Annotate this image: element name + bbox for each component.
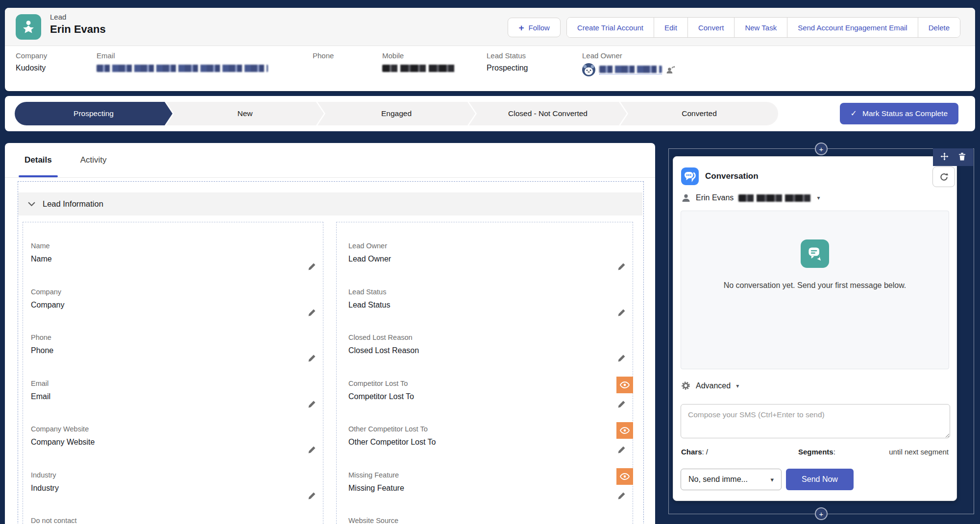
add-component-button-top[interactable]: + (815, 143, 828, 155)
conversation-card: Conversation Erin Evans ▾ (673, 156, 957, 501)
component-toolbar (933, 148, 973, 166)
field-row-other-competitor-lost-to: Other Competitor Lost To Other Competito… (348, 425, 633, 471)
field-row-do-not-contact: Do not contact (31, 517, 323, 524)
refresh-icon (939, 172, 949, 182)
field-row-website-source: Website Source (348, 517, 633, 524)
header-actions: + Follow Create Trial Account Edit Conve… (508, 17, 960, 38)
conversation-title: Conversation (705, 171, 759, 181)
lead-status-value: Prospecting (487, 63, 528, 73)
new-task-button[interactable]: New Task (734, 18, 787, 37)
field-row-closed-lost-reason: Closed Lost Reason Closed Lost Reason (348, 333, 633, 380)
field-row-company-website: Company Website Company Website (31, 425, 323, 471)
conversation-header: Conversation (681, 167, 759, 185)
detail-tabs: Details Activity (5, 143, 655, 178)
send-account-engagement-email-button[interactable]: Send Account Engagement Email (787, 18, 917, 37)
segment-hint: until next segment (889, 448, 949, 456)
edit-pencil-icon[interactable] (617, 446, 626, 456)
edit-pencil-icon[interactable] (308, 400, 316, 410)
add-component-button-bottom[interactable]: + (815, 507, 828, 520)
edit-pencil-icon[interactable] (617, 309, 626, 319)
field-row-name: Name Name (31, 242, 323, 288)
path-step-new[interactable]: New (166, 102, 324, 125)
refresh-button[interactable] (932, 167, 955, 187)
highlight-field-lead-owner: Lead Owner (582, 51, 675, 76)
field-row-missing-feature: Missing Feature Missing Feature (348, 471, 633, 517)
highlight-field-phone: Phone (313, 51, 334, 73)
field-visibility-eye-icon[interactable] (616, 468, 633, 485)
owner-avatar (582, 63, 595, 76)
highlight-field-email: Email (97, 51, 268, 73)
highlight-field-mobile: Mobile (382, 51, 457, 73)
send-now-button[interactable]: Send Now (786, 469, 854, 490)
edit-pencil-icon[interactable] (308, 262, 316, 273)
path-step-engaged[interactable]: Engaged (318, 102, 475, 125)
recipient-name: Erin Evans (696, 193, 734, 202)
recipient-selector[interactable]: Erin Evans ▾ (681, 193, 820, 203)
edit-button[interactable]: Edit (654, 18, 687, 37)
path-step-converted[interactable]: Converted (620, 102, 778, 125)
highlight-field-company: Company Kudosity (16, 51, 47, 73)
conversation-app-icon (681, 167, 699, 185)
lead-information-section-header[interactable]: Lead Information (18, 192, 642, 215)
owner-name-link[interactable] (599, 66, 662, 74)
field-row-lead-status: Lead Status Lead Status (348, 288, 633, 334)
create-trial-account-button[interactable]: Create Trial Account (567, 18, 654, 37)
delete-component-icon[interactable] (958, 152, 966, 163)
field-row-phone: Phone Phone (31, 333, 323, 380)
field-visibility-eye-icon[interactable] (616, 377, 633, 393)
convert-button[interactable]: Convert (687, 18, 735, 37)
field-row-company: Company Company (31, 288, 323, 334)
move-component-icon[interactable] (940, 152, 949, 163)
gear-icon (681, 381, 690, 390)
path-step-closed-not-converted[interactable]: Closed - Not Converted (469, 102, 627, 125)
check-icon: ✓ (851, 110, 857, 118)
highlight-field-lead-status: Lead Status Prospecting (487, 51, 528, 73)
sms-stats-row: Chars: / Segments: until next segment (681, 448, 949, 457)
field-row-competitor-lost-to: Competitor Lost To Competitor Lost To (348, 380, 633, 426)
phone-value (313, 63, 334, 73)
edit-pencil-icon[interactable] (308, 354, 316, 364)
edit-pencil-icon[interactable] (617, 262, 626, 273)
lead-object-icon (16, 14, 41, 40)
field-visibility-eye-icon[interactable] (616, 422, 633, 439)
path-step-prospecting[interactable]: Prospecting (15, 102, 172, 125)
sms-compose-textarea[interactable] (681, 404, 950, 438)
field-row-industry: Industry Industry (31, 471, 323, 517)
page-title: Erin Evans (50, 23, 106, 36)
lead-header-title-row: Lead Erin Evans + Follow Create Trial Ac… (5, 8, 975, 46)
tab-details[interactable]: Details (24, 143, 52, 177)
chevron-down-icon (28, 202, 35, 206)
conversation-empty-state: No conversation yet. Send your first mes… (681, 211, 949, 369)
email-value-redacted[interactable] (97, 65, 268, 72)
empty-state-message: No conversation yet. Send your first mes… (681, 281, 949, 290)
edit-pencil-icon[interactable] (308, 492, 316, 502)
field-column-right: Lead Owner Lead Owner Lead Status Lead S… (336, 222, 633, 524)
edit-pencil-icon[interactable] (617, 400, 626, 410)
tab-activity[interactable]: Activity (80, 143, 107, 177)
action-button-group: Create Trial Account Edit Convert New Ta… (566, 17, 960, 38)
salesforce-lead-page: Lead Erin Evans + Follow Create Trial Ac… (0, 0, 980, 524)
delete-button[interactable]: Delete (918, 18, 960, 37)
sales-path: Prospecting New Engaged Closed - Not Con… (15, 102, 778, 125)
edit-pencil-icon[interactable] (617, 492, 626, 502)
schedule-send-dropdown[interactable]: No, send imme... ▾ (681, 469, 782, 490)
edit-pencil-icon[interactable] (308, 446, 316, 456)
advanced-toggle[interactable]: Advanced ▾ (681, 381, 739, 390)
field-row-email: Email Email (31, 380, 323, 426)
plus-icon: + (518, 23, 524, 32)
mark-status-complete-button[interactable]: ✓ Mark Status as Complete (840, 103, 958, 124)
lead-person-star-icon (21, 19, 36, 35)
message-bubble-icon (801, 239, 829, 268)
edit-pencil-icon[interactable] (308, 309, 316, 319)
record-detail-panel: Details Activity Lead Information Name N… (5, 143, 655, 524)
chevron-down-icon: ▾ (817, 194, 820, 201)
chevron-down-icon: ▾ (736, 382, 739, 389)
field-row-lead-owner: Lead Owner Lead Owner (348, 242, 633, 288)
edit-pencil-icon[interactable] (617, 354, 626, 364)
sales-path-card: Prospecting New Engaged Closed - Not Con… (5, 96, 975, 131)
follow-button[interactable]: + Follow (508, 18, 560, 37)
mobile-value-redacted[interactable] (382, 65, 457, 72)
recipient-number-redacted (738, 194, 812, 202)
lead-header-card: Lead Erin Evans + Follow Create Trial Ac… (5, 8, 975, 91)
change-owner-icon[interactable] (666, 65, 675, 74)
